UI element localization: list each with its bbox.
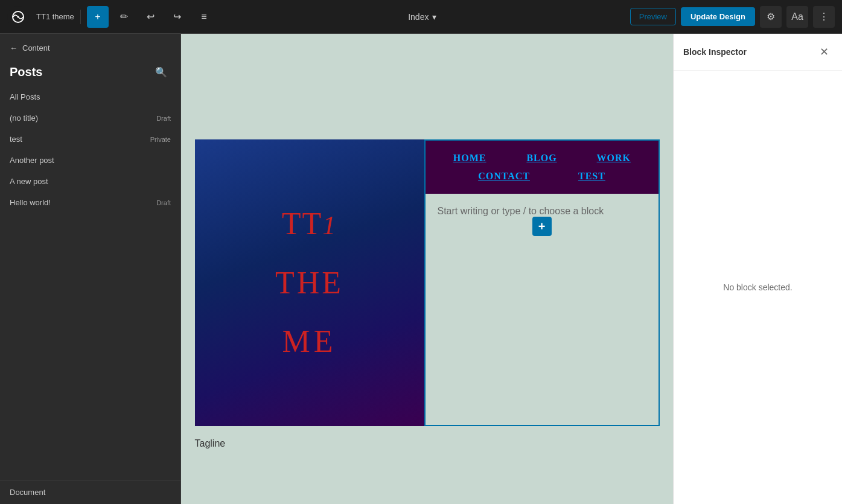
sidebar-back[interactable]: ← Content	[0, 34, 180, 57]
document-label: Document	[10, 488, 45, 497]
post-name: test	[10, 135, 22, 144]
redo-button[interactable]: ↪	[167, 6, 188, 28]
sidebar-search-button[interactable]: 🔍	[151, 62, 171, 81]
canvas-area: TT1 THE ME HOME BLOG WORK CONTACT TEST	[181, 34, 673, 504]
sidebar-item-test[interactable]: test Private	[0, 129, 180, 150]
nav-test[interactable]: TEST	[578, 171, 605, 182]
post-badge: Private	[150, 136, 171, 143]
sidebar-section-header: Posts 🔍	[0, 57, 180, 86]
toolbar-right: Preview Update Design ⚙ Aa ⋮	[630, 6, 835, 28]
list-view-button[interactable]: ≡	[193, 6, 215, 28]
theme-preview: TT1 THE ME HOME BLOG WORK CONTACT TEST	[195, 139, 660, 426]
post-name: Hello world!	[10, 198, 51, 207]
undo-button[interactable]: ↩	[140, 6, 162, 28]
nav-home[interactable]: HOME	[438, 153, 502, 164]
sidebar-item-all-posts[interactable]: All Posts	[0, 86, 180, 107]
nav-contact[interactable]: CONTACT	[478, 171, 530, 182]
inspector-body: No block selected.	[674, 71, 842, 504]
sidebar-list: All Posts (no title) Draft test Private …	[0, 86, 180, 480]
logo-line-3: ME	[275, 321, 343, 362]
logo-line-2: THE	[275, 263, 343, 304]
post-badge: Draft	[156, 115, 171, 122]
sidebar-item-another-post[interactable]: Another post	[0, 150, 180, 171]
wordpress-logo	[7, 6, 29, 28]
sidebar-back-label: Content	[22, 43, 50, 53]
toolbar: TT1 theme + ✏ ↩ ↪ ≡ Index ▾ Preview Upda…	[0, 0, 842, 34]
tagline-text: Tagline	[195, 438, 226, 448]
add-block-inline-button[interactable]: +	[532, 217, 552, 236]
preview-button[interactable]: Preview	[630, 8, 676, 25]
post-name: Another post	[10, 156, 54, 165]
site-title: TT1 theme	[36, 12, 74, 21]
sidebar-item-new-post[interactable]: A new post	[0, 171, 180, 192]
nav-blog[interactable]: BLOG	[509, 153, 574, 164]
theme-logo-block[interactable]: TT1 THE ME	[195, 139, 424, 426]
nav-row-2: CONTACT TEST	[438, 171, 646, 182]
inspector-header: Block Inspector ✕	[674, 34, 842, 71]
index-dropdown[interactable]: Index ▾	[402, 8, 442, 25]
sidebar-item-no-title[interactable]: (no title) Draft	[0, 107, 180, 129]
toolbar-left: TT1 theme + ✏ ↩ ↪ ≡	[7, 6, 215, 28]
close-inspector-button[interactable]: ✕	[815, 43, 832, 60]
all-posts-label: All Posts	[10, 92, 40, 101]
toolbar-center: Index ▾	[220, 8, 625, 25]
post-badge: Draft	[156, 199, 171, 206]
theme-right-panel: HOME BLOG WORK CONTACT TEST Start writin…	[424, 139, 660, 426]
theme-nav: HOME BLOG WORK CONTACT TEST	[426, 141, 659, 194]
sidebar-section-title: Posts	[10, 65, 42, 79]
canvas-top-spacer	[195, 58, 660, 139]
logo-line-1: TT1	[275, 203, 343, 244]
post-name: (no title)	[10, 113, 38, 123]
toolbar-divider	[80, 10, 81, 24]
theme-logo-text: TT1 THE ME	[275, 203, 343, 362]
canvas-content: TT1 THE ME HOME BLOG WORK CONTACT TEST	[195, 58, 660, 480]
typography-button[interactable]: Aa	[786, 6, 808, 28]
no-block-message: No block selected.	[723, 282, 792, 292]
inspector-title: Block Inspector	[683, 47, 747, 57]
sidebar-item-hello-world[interactable]: Hello world! Draft	[0, 192, 180, 213]
index-label: Index	[408, 12, 429, 22]
nav-work[interactable]: WORK	[581, 153, 646, 164]
add-block-button[interactable]: +	[87, 6, 109, 28]
block-inspector: Block Inspector ✕ No block selected.	[673, 34, 842, 504]
svg-point-1	[18, 16, 19, 18]
back-arrow-icon: ←	[10, 43, 18, 53]
update-design-button[interactable]: Update Design	[681, 7, 755, 26]
edit-button[interactable]: ✏	[113, 6, 135, 28]
post-name: A new post	[10, 177, 48, 186]
chevron-down-icon: ▾	[432, 12, 436, 22]
main-container: ← Content Posts 🔍 All Posts (no title) D…	[0, 34, 842, 504]
tagline-area: Tagline	[195, 438, 660, 449]
settings-button[interactable]: ⚙	[760, 6, 782, 28]
more-options-button[interactable]: ⋮	[813, 6, 835, 28]
sidebar: ← Content Posts 🔍 All Posts (no title) D…	[0, 34, 181, 504]
start-writing-placeholder: Start writing or type / to choose a bloc…	[438, 206, 604, 216]
theme-content-area[interactable]: Start writing or type / to choose a bloc…	[426, 194, 659, 425]
sidebar-footer: Document	[0, 480, 180, 504]
